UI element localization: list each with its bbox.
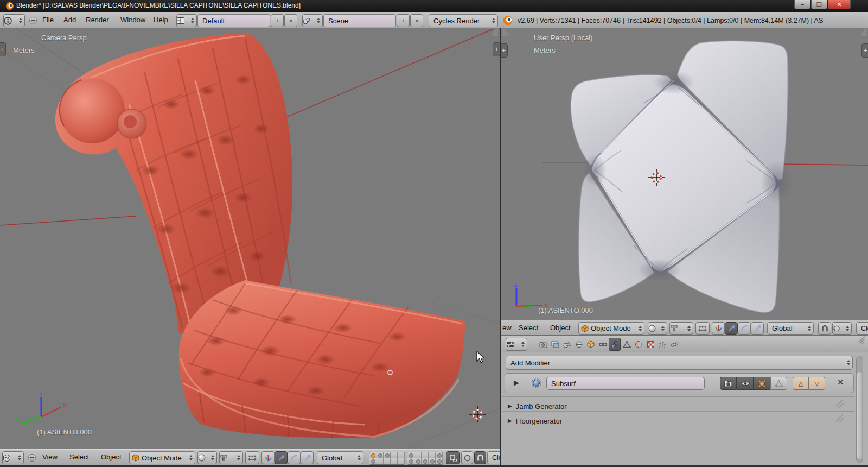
- tab-physics[interactable]: [668, 338, 680, 351]
- area-corner-grip[interactable]: [855, 337, 865, 346]
- tab-material[interactable]: [633, 338, 644, 351]
- snap-element-select[interactable]: [832, 322, 852, 335]
- restore-button[interactable]: ❐: [811, 0, 827, 9]
- screen-layout-add-button[interactable]: +: [271, 14, 284, 27]
- menu-select[interactable]: Select: [69, 453, 89, 461]
- tab-texture[interactable]: [644, 338, 656, 351]
- layer-grid-2[interactable]: [407, 452, 443, 465]
- area-corner-grip[interactable]: [502, 29, 512, 39]
- orientation-select[interactable]: Global: [317, 451, 363, 464]
- viewport-camera[interactable]: Camera Persp Meters (1) ASIENTO.000 z x …: [0, 28, 500, 449]
- screen-layout-browse-button[interactable]: [176, 14, 197, 27]
- scene-field[interactable]: Scene: [323, 14, 396, 27]
- pivot-point-select[interactable]: [219, 451, 243, 464]
- scene-browse-button[interactable]: [302, 14, 323, 27]
- menu-help[interactable]: Help: [154, 16, 168, 24]
- area-corner-grip[interactable]: [488, 29, 498, 39]
- layer-cell[interactable]: [422, 458, 429, 464]
- properties-shelf-open-tab[interactable]: +: [493, 42, 500, 56]
- tab-object[interactable]: [585, 338, 597, 351]
- modifier-delete-button[interactable]: ✕: [837, 377, 844, 387]
- scene-add-button[interactable]: +: [397, 14, 410, 27]
- modifier-viewport-visibility-button[interactable]: [737, 377, 754, 390]
- proportional-edit-button[interactable]: [461, 451, 473, 464]
- modifier-cage-button[interactable]: [770, 377, 787, 390]
- scene-delete-button[interactable]: ×: [410, 14, 423, 27]
- snap-element-select[interactable]: Clos: [487, 451, 500, 464]
- mode-select[interactable]: Object Mode: [129, 451, 195, 464]
- scrollbar-thumb[interactable]: [857, 372, 862, 459]
- editor-type-button-3dview[interactable]: [2, 451, 24, 464]
- scene-lock-button[interactable]: [446, 451, 460, 464]
- snap-toggle-button[interactable]: [474, 451, 486, 464]
- collapse-menus-button[interactable]: [28, 454, 36, 462]
- menu-view[interactable]: View: [42, 453, 58, 461]
- translate-manipulator-button[interactable]: [725, 322, 738, 335]
- layer-cell[interactable]: [376, 452, 384, 458]
- viewport-local[interactable]: User Persp (Local) Meters (1) ASIENTO.00…: [501, 28, 868, 320]
- rotate-manipulator-button[interactable]: [738, 322, 751, 335]
- modifier-move-down-button[interactable]: ▽: [809, 377, 825, 390]
- manipulate-centers-button[interactable]: [695, 322, 710, 335]
- snap-toggle-button[interactable]: [818, 322, 831, 335]
- render-engine-select[interactable]: Cycles Render: [429, 14, 498, 27]
- layer-cell[interactable]: [407, 452, 414, 458]
- properties-shelf-open-tab[interactable]: +: [861, 43, 868, 58]
- menu-view-clipped[interactable]: ew: [502, 324, 512, 332]
- screen-layout-delete-button[interactable]: ×: [284, 14, 297, 27]
- menu-select[interactable]: Select: [519, 324, 538, 332]
- layer-cell[interactable]: [369, 458, 376, 464]
- menu-object[interactable]: Object: [550, 324, 571, 332]
- layer-cell[interactable]: [436, 452, 443, 458]
- tab-render-layers[interactable]: [549, 338, 561, 351]
- layer-cell[interactable]: [422, 452, 429, 458]
- menu-add[interactable]: Add: [63, 16, 76, 24]
- rotate-manipulator-button[interactable]: [288, 451, 301, 464]
- layer-cell[interactable]: [384, 452, 391, 458]
- manipulator-toggle-button[interactable]: [712, 322, 725, 335]
- manipulate-centers-button[interactable]: [245, 451, 259, 464]
- orientation-select[interactable]: Global: [767, 322, 814, 335]
- manipulator-toggle-button[interactable]: [261, 451, 275, 464]
- close-button[interactable]: ✕: [828, 0, 851, 9]
- menu-render[interactable]: Render: [86, 16, 109, 24]
- layer-grid-1[interactable]: [369, 452, 405, 465]
- menu-file[interactable]: File: [42, 16, 54, 24]
- translate-manipulator-button[interactable]: [275, 451, 288, 464]
- pivot-point-select[interactable]: [669, 322, 693, 335]
- tab-modifiers[interactable]: [609, 338, 621, 351]
- toolshelf-open-tab[interactable]: +: [501, 43, 508, 58]
- scale-manipulator-button[interactable]: [301, 451, 314, 464]
- clipped-button[interactable]: Clo: [856, 322, 868, 335]
- tab-render[interactable]: [537, 338, 549, 351]
- modifier-editmode-display-button[interactable]: [754, 377, 770, 390]
- minimize-button[interactable]: −: [794, 0, 810, 9]
- tab-scene[interactable]: [561, 338, 573, 351]
- add-modifier-dropdown[interactable]: Add Modifier: [506, 356, 853, 370]
- menu-window[interactable]: Window: [120, 16, 145, 24]
- layer-cell[interactable]: [384, 458, 391, 464]
- tab-world[interactable]: [573, 338, 585, 351]
- editor-type-button-properties[interactable]: [506, 338, 527, 351]
- tab-constraints[interactable]: [597, 338, 609, 351]
- menu-object[interactable]: Object: [101, 453, 122, 461]
- layer-cell[interactable]: [376, 458, 384, 464]
- tab-particles[interactable]: [656, 338, 668, 351]
- tab-object-data[interactable]: [621, 338, 633, 351]
- layer-cell[interactable]: [369, 452, 376, 458]
- layer-cell[interactable]: [414, 458, 422, 464]
- layer-cell[interactable]: [391, 452, 398, 458]
- panel-drag-grip[interactable]: [833, 414, 846, 425]
- area-corner-grip[interactable]: [857, 29, 867, 39]
- mode-select[interactable]: Object Mode: [578, 322, 644, 335]
- properties-scrollbar[interactable]: [856, 356, 863, 463]
- layer-cell[interactable]: [407, 458, 414, 464]
- layer-cell[interactable]: [429, 458, 436, 464]
- layer-cell[interactable]: [398, 452, 405, 458]
- expand-modifier-button[interactable]: ▶: [514, 379, 519, 386]
- layer-cell[interactable]: [391, 458, 398, 464]
- modifier-render-visibility-button[interactable]: [720, 377, 737, 390]
- screen-layout-field[interactable]: Default: [197, 14, 270, 27]
- layer-cell[interactable]: [398, 458, 405, 464]
- layer-cell[interactable]: [429, 452, 436, 458]
